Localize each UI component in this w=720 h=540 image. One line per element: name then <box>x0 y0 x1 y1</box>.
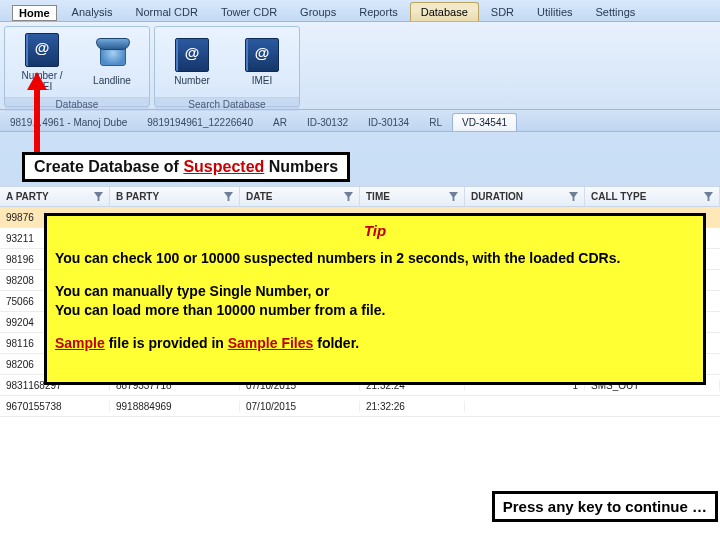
grid-header-row: A PARTY B PARTY DATE TIME DURATION CALL … <box>0 186 720 207</box>
cell: 07/10/2015 <box>240 401 360 412</box>
ribbon-btn-label: IMEI <box>252 75 273 86</box>
col-header-duration[interactable]: DURATION <box>465 187 585 206</box>
col-header-bparty[interactable]: B PARTY <box>110 187 240 206</box>
doc-tab[interactable]: AR <box>263 113 297 131</box>
ribbon-group-title: Search Database <box>155 97 299 111</box>
tip-title: Tip <box>55 221 695 241</box>
ribbon-btn-landline[interactable]: Landline <box>81 30 143 94</box>
ribbon-group-search: Number IMEI Search Database <box>154 26 300 107</box>
tab-settings[interactable]: Settings <box>585 2 647 21</box>
cell: 9670155738 <box>0 401 110 412</box>
phone-icon <box>94 38 130 72</box>
ribbon-btn-search-number[interactable]: Number <box>161 30 223 94</box>
tip-line: Sample file is provided in Sample Files … <box>55 334 695 353</box>
filter-icon[interactable] <box>449 192 458 201</box>
col-header-date[interactable]: DATE <box>240 187 360 206</box>
document-tabs: 9819…4961 - Manoj Dube 9819194961_122266… <box>0 110 720 132</box>
menu-bar: Home Analysis Normal CDR Tower CDR Group… <box>0 0 720 22</box>
ribbon-btn-search-imei[interactable]: IMEI <box>231 30 293 94</box>
tab-utilities[interactable]: Utilities <box>526 2 583 21</box>
arrow-indicator-icon <box>34 72 40 156</box>
filter-icon[interactable] <box>224 192 233 201</box>
filter-icon[interactable] <box>344 192 353 201</box>
ribbon-btn-label: Landline <box>93 75 131 86</box>
tab-groups[interactable]: Groups <box>289 2 347 21</box>
ribbon: Number / IMEI Landline Database Number I… <box>0 22 720 110</box>
filter-icon[interactable] <box>569 192 578 201</box>
tab-database[interactable]: Database <box>410 2 479 21</box>
tab-tower-cdr[interactable]: Tower CDR <box>210 2 288 21</box>
banner-text: Create Database of <box>34 158 183 175</box>
address-book-icon <box>245 38 279 72</box>
doc-tab[interactable]: 9819…4961 - Manoj Dube <box>0 113 137 131</box>
col-header-time[interactable]: TIME <box>360 187 465 206</box>
doc-tab[interactable]: ID-30132 <box>297 113 358 131</box>
ribbon-group-title: Database <box>5 97 149 111</box>
tab-sdr[interactable]: SDR <box>480 2 525 21</box>
tab-reports[interactable]: Reports <box>348 2 409 21</box>
tip-line: You can check 100 or 10000 suspected num… <box>55 249 695 268</box>
cell: 21:32:26 <box>360 401 465 412</box>
banner-text: Numbers <box>264 158 338 175</box>
col-header-aparty[interactable]: A PARTY <box>0 187 110 206</box>
address-book-icon <box>175 38 209 72</box>
banner-text-suspected: Suspected <box>183 158 264 175</box>
doc-tab[interactable]: 9819194961_12226640 <box>137 113 263 131</box>
cell: 9918884969 <box>110 401 240 412</box>
filter-icon[interactable] <box>704 192 713 201</box>
press-key-continue[interactable]: Press any key to continue … <box>492 491 718 522</box>
col-header-calltype[interactable]: CALL TYPE <box>585 187 720 206</box>
ribbon-btn-label: Number <box>174 75 210 86</box>
doc-tab[interactable]: VD-34541 <box>452 113 517 131</box>
doc-tab[interactable]: ID-30134 <box>358 113 419 131</box>
tip-overlay: Tip You can check 100 or 10000 suspected… <box>44 213 706 385</box>
tip-line: You can manually type Single Number, or … <box>55 282 695 320</box>
filter-icon[interactable] <box>94 192 103 201</box>
ribbon-group-database: Number / IMEI Landline Database <box>4 26 150 107</box>
tab-analysis[interactable]: Analysis <box>61 2 124 21</box>
create-database-banner: Create Database of Suspected Numbers <box>22 152 350 182</box>
tab-normal-cdr[interactable]: Normal CDR <box>125 2 209 21</box>
doc-tab[interactable]: RL <box>419 113 452 131</box>
address-book-icon <box>25 33 59 67</box>
table-row[interactable]: 9670155738991888496907/10/201521:32:26 <box>0 396 720 417</box>
home-button[interactable]: Home <box>12 5 57 21</box>
